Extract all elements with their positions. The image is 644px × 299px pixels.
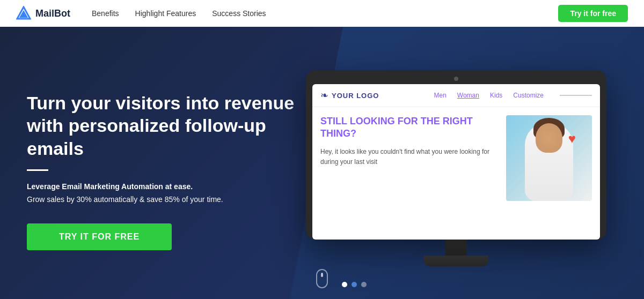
- monitor-base: [424, 256, 488, 266]
- scroll-indicator[interactable]: [316, 269, 328, 288]
- logo-icon: [16, 6, 31, 21]
- navbar: MailBot Benefits Highlight Features Succ…: [0, 0, 644, 27]
- pagination-dot-1[interactable]: [342, 282, 347, 287]
- logo-text: MailBot: [35, 8, 70, 19]
- monitor-body: ❧ YOUR LOGO Men Woman Kids Customize STI…: [306, 70, 606, 240]
- pagination-dot-2[interactable]: [352, 282, 357, 287]
- nav-links: Benefits Highlight Features Success Stor…: [92, 9, 558, 18]
- nav-cta-button[interactable]: Try it for free: [558, 5, 628, 22]
- email-image: [506, 115, 592, 201]
- hero-title: Turn your visitors into revenue with per…: [27, 92, 295, 160]
- email-logo-icon: ❧: [320, 89, 328, 101]
- hero-section: Turn your visitors into revenue with per…: [0, 27, 644, 299]
- monitor-stand: [306, 240, 606, 266]
- email-nav-kids[interactable]: Kids: [490, 92, 502, 99]
- monitor-camera: [454, 77, 458, 81]
- pagination-dots: [342, 282, 367, 287]
- email-nav-divider: [560, 95, 592, 96]
- logo[interactable]: MailBot: [16, 6, 70, 21]
- hero-cta-button[interactable]: TRY IT FOR FREE: [27, 223, 172, 250]
- scroll-dot-inner: [321, 273, 323, 277]
- hero-right: ❧ YOUR LOGO Men Woman Kids Customize STI…: [295, 70, 617, 266]
- email-nav-men[interactable]: Men: [434, 92, 446, 99]
- monitor-screen: ❧ YOUR LOGO Men Woman Kids Customize STI…: [312, 84, 600, 240]
- email-nav-customize[interactable]: Customize: [513, 92, 544, 99]
- email-logo-text: YOUR LOGO: [332, 92, 379, 100]
- hero-subtitle-line1: Leverage Email Marketing Automation at e…: [27, 182, 193, 191]
- hero-subtitle-line2: Grow sales by 30% automatically & save 8…: [27, 195, 223, 204]
- email-heading: STILL LOOKING FOR THE RIGHT THING?: [320, 115, 498, 140]
- nav-link-benefits[interactable]: Benefits: [92, 9, 119, 18]
- hero-divider: [27, 169, 48, 171]
- email-content-left: STILL LOOKING FOR THE RIGHT THING? Hey, …: [320, 115, 498, 201]
- email-navbar: ❧ YOUR LOGO Men Woman Kids Customize: [312, 84, 600, 107]
- scroll-icon: [316, 269, 328, 288]
- monitor-wrapper: ❧ YOUR LOGO Men Woman Kids Customize STI…: [306, 70, 606, 266]
- monitor-neck: [445, 240, 467, 256]
- hero-subtitle: Leverage Email Marketing Automation at e…: [27, 181, 295, 206]
- email-logo: ❧ YOUR LOGO: [320, 89, 379, 101]
- email-body: STILL LOOKING FOR THE RIGHT THING? Hey, …: [312, 107, 600, 209]
- email-body-text: Hey, it looks like you couldn't find wha…: [320, 147, 498, 167]
- hero-left: Turn your visitors into revenue with per…: [27, 92, 295, 250]
- nav-link-highlight-features[interactable]: Highlight Features: [135, 9, 196, 18]
- nav-link-success-stories[interactable]: Success Stories: [212, 9, 266, 18]
- pagination-dot-3[interactable]: [361, 282, 367, 287]
- woman-head: [536, 123, 562, 153]
- email-nav-woman[interactable]: Woman: [457, 92, 479, 99]
